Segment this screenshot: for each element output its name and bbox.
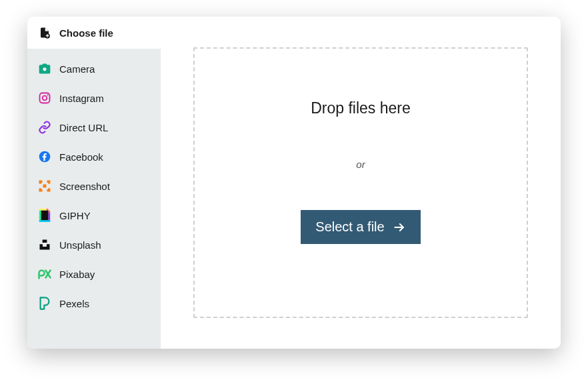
svg-point-3 (43, 96, 47, 101)
source-facebook[interactable]: Facebook (27, 142, 161, 171)
svg-rect-22 (43, 240, 47, 243)
source-label: GIPHY (59, 210, 91, 221)
select-file-button[interactable]: Select a file (301, 210, 420, 244)
facebook-icon (38, 150, 51, 163)
source-direct-url[interactable]: Direct URL (27, 113, 161, 142)
source-giphy[interactable]: GIPHY (27, 201, 161, 230)
source-instagram[interactable]: Instagram (27, 83, 161, 113)
source-screenshot[interactable]: Screenshot (27, 171, 161, 201)
pixabay-icon (38, 267, 51, 281)
source-label: Pexels (59, 298, 89, 309)
svg-rect-13 (48, 188, 50, 191)
pexels-icon (38, 297, 51, 310)
source-unsplash[interactable]: Unsplash (27, 230, 161, 259)
source-list: Camera Instagram (27, 49, 161, 349)
file-upload-icon (38, 26, 51, 39)
sidebar-header: Choose file (27, 17, 161, 49)
svg-rect-7 (39, 181, 41, 184)
sidebar: Choose file Camera (27, 17, 161, 349)
dropzone[interactable]: Drop files here or Select a file (193, 47, 528, 318)
source-pexels[interactable]: Pexels (27, 289, 161, 318)
link-icon (38, 121, 51, 134)
instagram-icon (38, 91, 51, 105)
screenshot-icon (38, 179, 51, 193)
source-label: Camera (59, 63, 95, 75)
svg-rect-14 (43, 185, 47, 188)
svg-point-4 (47, 94, 49, 95)
select-file-label: Select a file (315, 219, 384, 235)
source-pixabay[interactable]: Pixabay (27, 259, 161, 289)
arrow-right-icon (393, 221, 406, 234)
source-label: Direct URL (59, 122, 108, 133)
source-label: Screenshot (59, 181, 110, 192)
svg-rect-18 (39, 220, 50, 222)
svg-rect-9 (48, 181, 50, 184)
sidebar-title: Choose file (59, 27, 113, 39)
source-label: Unsplash (59, 239, 101, 251)
source-label: Pixabay (59, 269, 95, 280)
unsplash-icon (38, 238, 51, 251)
svg-point-1 (43, 67, 46, 71)
source-label: Instagram (59, 93, 104, 104)
camera-icon (38, 62, 51, 75)
svg-rect-11 (39, 188, 41, 191)
source-label: Facebook (59, 151, 103, 163)
dropzone-or: or (356, 159, 365, 170)
file-picker-modal: Choose file Camera (27, 17, 561, 349)
dropzone-title: Drop files here (311, 99, 411, 117)
svg-rect-17 (39, 209, 47, 211)
svg-rect-19 (47, 209, 49, 211)
svg-rect-21 (41, 211, 49, 221)
giphy-icon (38, 209, 51, 222)
main-panel: Drop files here or Select a file (161, 17, 561, 349)
source-camera[interactable]: Camera (27, 54, 161, 83)
